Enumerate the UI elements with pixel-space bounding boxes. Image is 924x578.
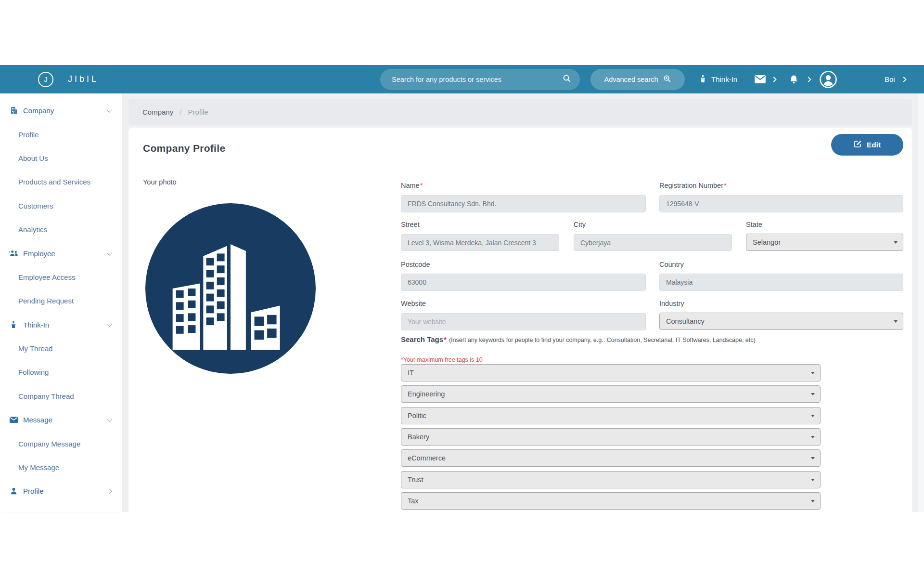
- main-content: Company / Profile Company Profile Edit Y…: [122, 93, 924, 512]
- search-tags-hint: (Insert any keywords for people to find …: [449, 337, 756, 343]
- edit-button[interactable]: Edit: [831, 134, 903, 156]
- notifications-chevron-icon[interactable]: [807, 65, 810, 93]
- photo-label: Your photo: [143, 178, 177, 186]
- dropdown-arrow-icon: [811, 372, 815, 374]
- sidebar-item-employee[interactable]: Employee: [0, 241, 122, 265]
- tag-select-4[interactable]: eCommerce: [401, 449, 821, 467]
- postcode-input[interactable]: [401, 274, 646, 291]
- country-label: Country: [659, 261, 684, 268]
- tag-select-6[interactable]: Tax: [401, 492, 821, 510]
- edit-label: Edit: [867, 141, 881, 149]
- sidebar-item-my-message[interactable]: My Message: [0, 456, 122, 479]
- dropdown-arrow-icon: [811, 457, 815, 460]
- registration-number-input[interactable]: [659, 195, 903, 212]
- city-input[interactable]: [574, 234, 732, 251]
- user-name: Boi: [885, 75, 895, 83]
- dropdown-arrow-icon: [811, 500, 815, 502]
- street-input[interactable]: [401, 234, 559, 251]
- name-input[interactable]: [401, 195, 646, 212]
- dropdown-arrow-icon: [811, 479, 815, 481]
- tag-value: Trust: [408, 476, 424, 484]
- company-profile-card: Company Profile Edit Your photo: [128, 128, 912, 512]
- sidebar-item-label: Pending Request: [18, 297, 74, 305]
- sidebar-item-customers[interactable]: Customers: [0, 194, 122, 218]
- page-title: Company Profile: [143, 143, 225, 154]
- dropdown-arrow-icon: [811, 415, 815, 417]
- brand-name: JIbIL: [68, 74, 99, 84]
- sidebar-item-company-thread[interactable]: Company Thread: [0, 384, 122, 408]
- sidebar-item-label: Think-In: [23, 321, 49, 329]
- breadcrumb-profile: Profile: [188, 108, 208, 116]
- sidebar-item-label: Company Thread: [18, 392, 74, 400]
- sidebar-item-label: Profile: [18, 131, 39, 139]
- street-label: Street: [401, 221, 420, 228]
- tag-value: Politic: [408, 412, 426, 420]
- avatar[interactable]: [819, 65, 837, 93]
- sidebar-item-label: Employee Access: [18, 273, 75, 281]
- notifications-bell-icon[interactable]: [789, 65, 798, 93]
- dropdown-arrow-icon: [894, 320, 898, 323]
- industry-label: Industry: [659, 300, 684, 307]
- industry-value: Consultancy: [666, 317, 705, 325]
- dropdown-arrow-icon: [894, 241, 898, 244]
- search-icon[interactable]: [563, 74, 571, 85]
- search-input[interactable]: [391, 75, 563, 84]
- state-select[interactable]: Selangor: [746, 234, 903, 251]
- advanced-search-button[interactable]: Advanced search: [590, 69, 685, 90]
- sidebar-item-products-and-services[interactable]: Products and Services: [0, 170, 122, 194]
- website-label: Website: [401, 300, 426, 307]
- dropdown-arrow-icon: [811, 436, 815, 438]
- sidebar-item-label: Message: [23, 416, 52, 424]
- name-label: Name*: [401, 182, 423, 189]
- breadcrumb-company[interactable]: Company: [142, 108, 173, 116]
- edit-icon: [854, 140, 862, 150]
- sidebar-item-profile[interactable]: Profile: [0, 479, 122, 503]
- sidebar-item-label: Company: [23, 106, 54, 115]
- country-input[interactable]: [659, 274, 903, 291]
- sidebar-item-about-us[interactable]: About Us: [0, 146, 122, 170]
- think-in-nav[interactable]: Think-In: [699, 65, 737, 93]
- sidebar-item-company-message[interactable]: Company Message: [0, 432, 122, 455]
- screen: J JIbIL Advanced search Think-In: [0, 0, 924, 578]
- sidebar-item-label: Analytics: [18, 225, 47, 234]
- chevron-down-icon: [106, 321, 112, 327]
- people-icon: [8, 250, 19, 257]
- industry-select[interactable]: Consultancy: [659, 313, 903, 330]
- user-menu[interactable]: Boi: [885, 65, 906, 93]
- sidebar: Company Profile About Us Products and Se…: [0, 93, 122, 512]
- sidebar-item-label: Profile: [23, 487, 44, 495]
- sidebar-item-company-profile[interactable]: Profile: [0, 122, 122, 146]
- tag-select-2[interactable]: Politic: [401, 407, 821, 424]
- advanced-search-label: Advanced search: [604, 76, 658, 83]
- sidebar-item-following[interactable]: Following: [0, 360, 122, 384]
- sidebar-item-think-in[interactable]: Think-In: [0, 313, 122, 337]
- mail-chevron-icon[interactable]: [772, 65, 776, 93]
- scrollbar[interactable]: [918, 93, 924, 512]
- sidebar-item-my-thread[interactable]: My Thread: [0, 337, 122, 360]
- search-tags-label: Search Tags*(Insert any keywords for peo…: [401, 335, 756, 343]
- product-search-bar: [380, 69, 580, 90]
- tag-select-5[interactable]: Trust: [401, 471, 821, 488]
- sidebar-item-message[interactable]: Message: [0, 408, 122, 432]
- state-label: State: [746, 221, 762, 228]
- sidebar-item-pending-request[interactable]: Pending Request: [0, 289, 122, 313]
- tag-value: Bakery: [408, 433, 429, 441]
- chevron-down-icon: [106, 250, 112, 255]
- sidebar-item-analytics[interactable]: Analytics: [0, 218, 122, 241]
- website-input[interactable]: [401, 313, 646, 330]
- top-navbar: J JIbIL Advanced search Think-In: [0, 65, 924, 93]
- tag-select-0[interactable]: IT: [401, 364, 821, 381]
- think-in-icon: [699, 75, 707, 84]
- tag-value: IT: [408, 369, 414, 377]
- sidebar-item-label: My Thread: [18, 344, 52, 353]
- tag-select-1[interactable]: Engineering: [401, 385, 821, 403]
- tag-value: Tax: [408, 497, 419, 505]
- sidebar-item-employee-access[interactable]: Employee Access: [0, 265, 122, 289]
- mail-icon[interactable]: [755, 65, 766, 93]
- building-icon: [8, 106, 19, 115]
- tag-select-3[interactable]: Bakery: [401, 428, 821, 446]
- sidebar-item-company[interactable]: Company: [0, 99, 122, 122]
- city-label: City: [574, 221, 586, 228]
- brand[interactable]: J JIbIL: [38, 65, 99, 93]
- person-icon: [8, 487, 19, 495]
